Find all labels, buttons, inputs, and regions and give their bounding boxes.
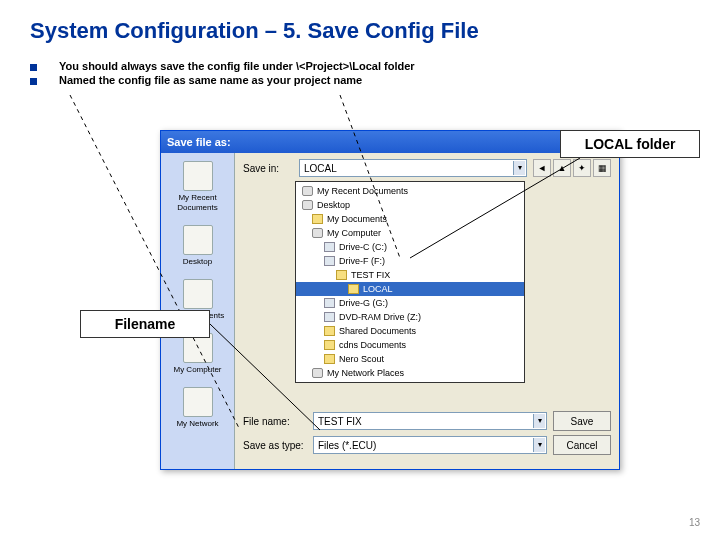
folder-icon [183,279,213,309]
place-mynetwork[interactable]: My Network [163,383,232,433]
back-icon[interactable]: ◄ [533,159,551,177]
chevron-down-icon[interactable]: ▾ [533,414,545,428]
drive-icon [324,298,335,308]
folder-tree-item[interactable]: My Documents [296,212,524,226]
savetype-row: Save as type: Files (*.ECU) ▾ Cancel [243,435,611,455]
callout-local-folder: LOCAL folder [560,130,700,158]
place-label: My Network [176,419,218,429]
folder-icon [348,284,359,294]
tree-item-label: Drive-F (F:) [339,255,385,267]
place-desktop[interactable]: Desktop [163,221,232,271]
tree-item-label: Drive-C (C:) [339,241,387,253]
filename-input[interactable]: TEST FIX ▾ [313,412,547,430]
folder-icon [324,340,335,350]
folder-tree-item[interactable]: Drive-F (F:) [296,254,524,268]
save-in-row: Save in: LOCAL ▾ ◄ ▲ ✦ ▦ [243,159,611,177]
tree-item-label: My Recent Documents [317,185,408,197]
tree-item-label: cdns Documents [339,339,406,351]
nav-icons: ◄ ▲ ✦ ▦ [533,159,611,177]
network-icon [183,387,213,417]
drive-icon [324,242,335,252]
place-icon [312,368,323,378]
bullet-marker [30,78,37,85]
callout-filename: Filename [80,310,210,338]
views-icon[interactable]: ▦ [593,159,611,177]
drive-icon [324,312,335,322]
folder-icon [324,354,335,364]
folder-tree-item[interactable]: cdns Documents [296,338,524,352]
save-in-value: LOCAL [304,163,337,174]
tree-item-label: TEST FIX [351,269,390,281]
slide-title: System Configuration – 5. Save Config Fi… [0,0,720,54]
tree-item-label: Nero Scout [339,353,384,365]
folder-tree-item[interactable]: Drive-C (C:) [296,240,524,254]
folder-tree-item[interactable]: LOCAL [296,282,524,296]
folder-icon [336,270,347,280]
folder-icon [312,214,323,224]
folder-tree-item[interactable]: My Computer [296,226,524,240]
tree-item-label: DVD-RAM Drive (Z:) [339,311,421,323]
bullet-item: You should always save the config file u… [30,60,690,72]
slide-number: 13 [689,517,700,528]
bullet-text: You should always save the config file u… [59,60,415,72]
folder-dropdown[interactable]: My Recent DocumentsDesktopMy DocumentsMy… [295,181,525,383]
desktop-icon [183,225,213,255]
folder-tree-item[interactable]: DVD-RAM Drive (Z:) [296,310,524,324]
tree-item-label: My Network Places [327,367,404,379]
chevron-down-icon[interactable]: ▾ [513,161,525,175]
up-icon[interactable]: ▲ [553,159,571,177]
place-label: Desktop [183,257,212,267]
new-folder-icon[interactable]: ✦ [573,159,591,177]
chevron-down-icon[interactable]: ▾ [533,438,545,452]
save-button[interactable]: Save [553,411,611,431]
cancel-button[interactable]: Cancel [553,435,611,455]
recent-documents-icon [183,161,213,191]
place-label: My Computer [173,365,221,375]
tree-item-label: Shared Documents [339,325,416,337]
dialog-titlebar[interactable]: Save file as: ✕ [161,131,619,153]
save-in-combo[interactable]: LOCAL ▾ [299,159,527,177]
bullet-marker [30,64,37,71]
place-icon [312,228,323,238]
tree-item-label: Drive-G (G:) [339,297,388,309]
save-in-label: Save in: [243,163,293,174]
savetype-label: Save as type: [243,440,307,451]
folder-tree-item[interactable]: My Recent Documents [296,184,524,198]
bullet-text: Named the config file as same name as yo… [59,74,362,86]
tree-item-label: LOCAL [363,283,393,295]
dialog-title: Save file as: [167,136,231,148]
folder-icon [324,326,335,336]
place-recent[interactable]: My Recent Documents [163,157,232,217]
dialog-main: Save in: LOCAL ▾ ◄ ▲ ✦ ▦ My Recent Docum… [235,153,619,469]
folder-tree-item[interactable]: Nero Scout [296,352,524,366]
folder-tree-item[interactable]: Drive-G (G:) [296,296,524,310]
save-file-dialog: Save file as: ✕ My Recent Documents Desk… [160,130,620,470]
bullet-item: Named the config file as same name as yo… [30,74,690,86]
tree-item-label: Desktop [317,199,350,211]
folder-tree-item[interactable]: Shared Documents [296,324,524,338]
filename-label: File name: [243,416,307,427]
folder-tree-item[interactable]: My Network Places [296,366,524,380]
place-label: My Recent Documents [163,193,232,213]
folder-tree-item[interactable]: Desktop [296,198,524,212]
place-icon [302,200,313,210]
savetype-value: Files (*.ECU) [318,440,376,451]
savetype-combo[interactable]: Files (*.ECU) ▾ [313,436,547,454]
place-icon [302,186,313,196]
tree-item-label: My Computer [327,227,381,239]
folder-tree-item[interactable]: TEST FIX [296,268,524,282]
tree-item-label: My Documents [327,213,387,225]
filename-value: TEST FIX [318,416,362,427]
bullet-list: You should always save the config file u… [0,54,720,86]
filename-row: File name: TEST FIX ▾ Save [243,411,611,431]
dialog-footer: File name: TEST FIX ▾ Save Save as type:… [243,411,611,463]
drive-icon [324,256,335,266]
